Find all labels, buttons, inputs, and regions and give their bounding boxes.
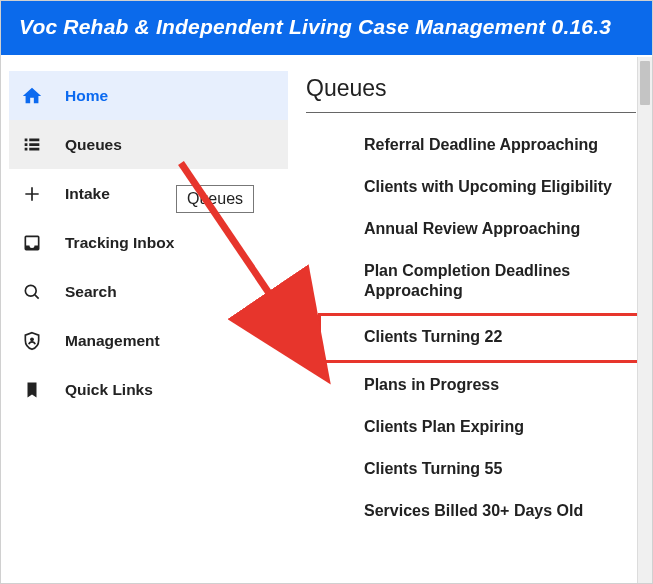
queue-item[interactable]: Services Billed 30+ Days Old	[360, 493, 636, 529]
sidebar-item-queues[interactable]: Queues	[9, 120, 288, 169]
shield-user-icon	[21, 330, 43, 352]
sidebar-item-label: Home	[65, 87, 108, 105]
sidebar-item-label: Quick Links	[65, 381, 153, 399]
search-icon	[21, 281, 43, 303]
sidebar-item-quick-links[interactable]: Quick Links	[9, 365, 288, 414]
svg-point-0	[25, 285, 36, 296]
svg-point-1	[30, 337, 34, 341]
queue-item-highlighted[interactable]: Clients Turning 22	[320, 315, 646, 361]
queue-item[interactable]: Clients with Upcoming Eligibility	[360, 169, 636, 205]
sidebar-item-management[interactable]: Management	[9, 316, 288, 365]
home-icon	[21, 85, 43, 107]
scrollbar-track[interactable]	[637, 57, 652, 583]
queue-item[interactable]: Clients Plan Expiring	[360, 409, 636, 445]
sidebar-item-label: Search	[65, 283, 117, 301]
sidebar: Home Queues Intake Tracking Inbox Search	[1, 57, 288, 583]
plus-icon	[21, 183, 43, 205]
sidebar-item-tracking-inbox[interactable]: Tracking Inbox	[9, 218, 288, 267]
sidebar-item-label: Intake	[65, 185, 110, 203]
queue-item[interactable]: Annual Review Approaching	[360, 211, 636, 247]
sidebar-tooltip: Queues	[176, 185, 254, 213]
sidebar-item-label: Queues	[65, 136, 122, 154]
sidebar-item-label: Management	[65, 332, 160, 350]
scrollbar-thumb[interactable]	[640, 61, 650, 105]
sidebar-item-label: Tracking Inbox	[65, 234, 174, 252]
queue-item[interactable]: Referral Deadline Approaching	[360, 127, 636, 163]
app-title-bar: Voc Rehab & Independent Living Case Mana…	[1, 1, 652, 55]
queues-heading: Queues	[306, 75, 636, 113]
bookmark-icon	[21, 379, 43, 401]
queue-item[interactable]: Plan Completion Deadlines Approaching	[360, 253, 636, 309]
app-title: Voc Rehab & Independent Living Case Mana…	[19, 15, 611, 38]
queue-item[interactable]: Plans in Progress	[360, 367, 636, 403]
inbox-icon	[21, 232, 43, 254]
content-pane: Queues Referral Deadline Approaching Cli…	[288, 57, 652, 583]
sidebar-item-search[interactable]: Search	[9, 267, 288, 316]
queue-list: Referral Deadline Approaching Clients wi…	[306, 127, 636, 529]
queue-item[interactable]: Clients Turning 55	[360, 451, 636, 487]
list-icon	[21, 134, 43, 156]
sidebar-item-home[interactable]: Home	[9, 71, 288, 120]
